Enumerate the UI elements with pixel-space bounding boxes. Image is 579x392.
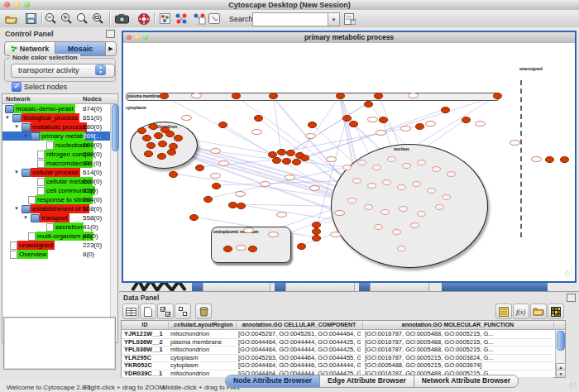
network-node-selected[interactable]	[195, 165, 204, 171]
network-node-selected[interactable]	[149, 123, 158, 130]
tree-scrollbar-thumb[interactable]	[112, 104, 119, 151]
network-node-unselected[interactable]	[432, 166, 441, 172]
network-node-unselected[interactable]	[367, 183, 376, 189]
tree-row[interactable]: ▼biological_process651(0)	[2, 113, 110, 122]
network-node-selected[interactable]	[272, 157, 281, 164]
tab-edge-attribute-browser[interactable]: Edge Attribute Browser	[320, 375, 414, 387]
network-node-selected[interactable]	[269, 93, 278, 99]
network-node-unselected[interactable]	[243, 227, 254, 233]
network-node-selected[interactable]	[158, 141, 167, 147]
network-node-unselected[interactable]	[364, 204, 373, 210]
network-node-selected[interactable]	[349, 121, 358, 127]
network-node-unselected[interactable]	[387, 156, 396, 162]
table-column-header[interactable]: annotation.GO MOLECULAR_FUNCTION	[362, 322, 554, 329]
vizmapper-icon[interactable]	[157, 12, 172, 26]
network-node-selected[interactable]	[223, 246, 232, 252]
network-node-unselected[interactable]	[435, 204, 444, 210]
attribute-browser-icon[interactable]	[342, 12, 357, 26]
network-node-unselected[interactable]	[382, 179, 391, 185]
tree-expand-arrow-icon[interactable]: ▼	[14, 170, 19, 174]
network-node-selected[interactable]	[312, 235, 321, 241]
search-input[interactable]	[252, 12, 332, 26]
tree-row[interactable]: Overview8(0)	[2, 250, 110, 259]
network-view-frame[interactable]: primary metabolic process plasma membran…	[122, 31, 577, 283]
network-node-selected[interactable]	[364, 101, 373, 108]
network-node-unselected[interactable]	[380, 209, 390, 215]
open-icon[interactable]	[3, 12, 18, 26]
network-node-selected[interactable]	[167, 149, 176, 155]
network-node-selected[interactable]	[336, 93, 345, 99]
function-builder-icon[interactable]: f(x)	[513, 304, 529, 319]
network-node-unselected[interactable]	[210, 173, 221, 179]
save-icon[interactable]	[23, 12, 38, 26]
network-node-unselected[interactable]	[376, 130, 386, 136]
unselect-all-attributes-icon[interactable]	[175, 304, 191, 319]
table-column-header[interactable]: _cellularLayoutRegion	[168, 322, 237, 329]
network-node-unselected[interactable]	[268, 232, 279, 237]
tab-node-attribute-browser[interactable]: Node Attribute Browser	[226, 375, 320, 387]
network-node-selected[interactable]	[300, 155, 309, 161]
birds-eye-view[interactable]	[3, 317, 116, 370]
network-canvas[interactable]: plasma membranecytoplasmmitochondrionnuc…	[123, 43, 575, 280]
network-node-unselected[interactable]	[400, 126, 411, 131]
network-node-unselected[interactable]	[260, 181, 270, 187]
network-node-unselected[interactable]	[410, 222, 419, 228]
network-node-unselected[interactable]	[531, 156, 542, 162]
annotation-icon[interactable]	[207, 12, 222, 26]
heatmap-icon[interactable]	[548, 304, 564, 319]
network-node-selected[interactable]	[237, 203, 246, 209]
tree-row[interactable]: ▼primary metab209(...	[2, 131, 110, 141]
tree-expand-arrow-icon[interactable]: ▼	[14, 124, 19, 129]
network-node-selected[interactable]	[232, 93, 241, 99]
network-node-selected[interactable]	[218, 122, 227, 128]
search-dropdown-arrow[interactable]: ▾	[328, 12, 340, 26]
network-node-unselected[interactable]	[412, 181, 421, 187]
network-node-selected[interactable]	[157, 153, 166, 160]
network-node-selected[interactable]	[415, 123, 424, 130]
tree-expand-arrow-icon[interactable]: ▼	[23, 133, 28, 138]
scroll-down-arrow[interactable]: ▼	[556, 370, 566, 378]
network-node-selected[interactable]	[189, 214, 199, 221]
network-node-unselected[interactable]	[475, 121, 486, 127]
network-node-unselected[interactable]	[191, 93, 202, 98]
network-node-selected[interactable]	[154, 132, 163, 139]
network-node-selected[interactable]	[308, 122, 317, 128]
network-node-selected[interactable]	[212, 183, 221, 189]
network-node-selected[interactable]	[142, 135, 151, 141]
network-node-selected[interactable]	[286, 150, 295, 156]
network-node-unselected[interactable]	[218, 160, 229, 166]
network-node-selected[interactable]	[312, 228, 321, 235]
network-node-selected[interactable]	[160, 93, 169, 99]
network-node-unselected[interactable]	[392, 229, 401, 235]
table-column-header[interactable]: ID	[122, 322, 169, 329]
network-node-unselected[interactable]	[447, 171, 456, 177]
dropdown-stepper-icon[interactable]: ▲▼	[95, 65, 106, 75]
network-node-unselected[interactable]	[235, 191, 246, 197]
network-node-selected[interactable]	[137, 127, 146, 134]
network-node-unselected[interactable]	[402, 163, 411, 169]
network-node-selected[interactable]	[545, 156, 554, 163]
tree-row[interactable]: nucleobase-209(0)	[2, 141, 110, 150]
float-panel-icon[interactable]	[106, 30, 115, 38]
network-node-unselected[interactable]	[442, 194, 451, 200]
network-node-selected[interactable]	[144, 151, 153, 157]
network-node-selected[interactable]	[493, 93, 502, 99]
window-resize-grip[interactable]	[569, 382, 577, 390]
tree-row[interactable]: multi-organism pro42(0)	[2, 232, 110, 241]
tree-row[interactable]: cell communicat22(0)	[2, 186, 110, 195]
network-node-selected[interactable]	[312, 222, 321, 228]
tree-row[interactable]: ▼transport558(0)	[2, 213, 110, 222]
tree-scrollbar[interactable]	[110, 104, 117, 342]
attribute-list-icon[interactable]	[495, 304, 512, 319]
edit-network-2-icon[interactable]	[192, 12, 207, 26]
network-node-selected[interactable]	[374, 93, 383, 99]
network-node-unselected[interactable]	[408, 93, 419, 98]
attribute-table-header[interactable]: ID_cellularLayoutRegionannotation.GO CEL…	[122, 321, 565, 330]
tab-overflow-arrow[interactable]: ▶	[106, 42, 116, 55]
network-node-unselected[interactable]	[357, 160, 366, 165]
network-node-selected[interactable]	[169, 171, 178, 178]
network-node-selected[interactable]	[282, 158, 291, 165]
snapshot-camera-icon[interactable]	[114, 12, 129, 26]
network-node-unselected[interactable]	[236, 245, 246, 251]
tree-row[interactable]: secretion41(0)	[2, 222, 110, 232]
